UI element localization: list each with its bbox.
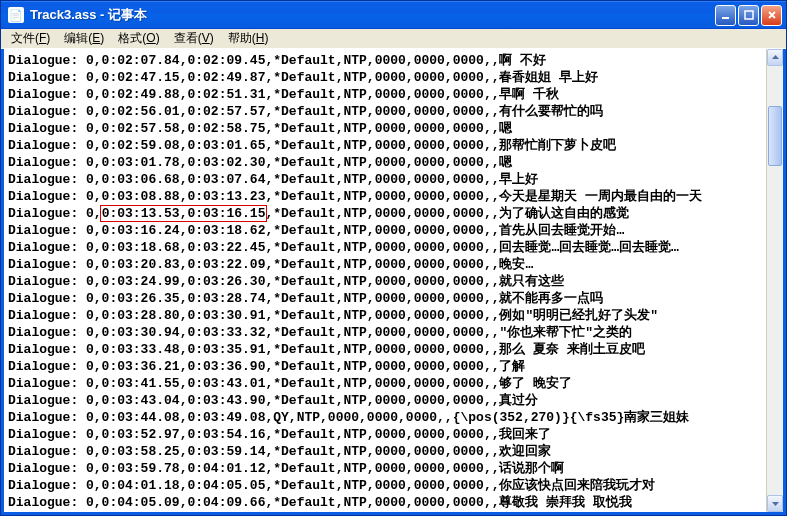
text-line: Dialogue: 0,0:04:01.18,0:04:05.05,*Defau… [8,477,762,494]
text-area[interactable]: Dialogue: 0,0:02:07.84,0:02:09.45,*Defau… [4,49,766,512]
menu-file[interactable]: 文件(F) [5,28,56,49]
client-area: Dialogue: 0,0:02:07.84,0:02:09.45,*Defau… [1,49,786,515]
text-line: Dialogue: 0,0:03:52.97,0:03:54.16,*Defau… [8,426,762,443]
text-line: Dialogue: 0,0:03:28.80,0:03:30.91,*Defau… [8,307,762,324]
scroll-up-button[interactable] [767,49,783,66]
text-line: Dialogue: 0,0:02:49.88,0:02:51.31,*Defau… [8,86,762,103]
text-line: Dialogue: 0,0:03:24.99,0:03:26.30,*Defau… [8,273,762,290]
text-line: Dialogue: 0,0:03:08.88,0:03:13.23,*Defau… [8,188,762,205]
menu-format[interactable]: 格式(O) [112,28,165,49]
titlebar[interactable]: 📄 Track3.ass - 记事本 [1,1,786,29]
text-line: Dialogue: 0,0:04:09.75,0:04:13.27,*Defau… [8,511,762,512]
menu-help[interactable]: 帮助(H) [222,28,275,49]
text-line: Dialogue: 0,0:03:33.48,0:03:35.91,*Defau… [8,341,762,358]
text-line: Dialogue: 0,0:02:56.01,0:02:57.57,*Defau… [8,103,762,120]
svg-rect-1 [745,11,753,19]
text-line: Dialogue: 0,0:03:30.94,0:03:33.32,*Defau… [8,324,762,341]
text-line: Dialogue: 0,0:03:01.78,0:03:02.30,*Defau… [8,154,762,171]
menubar: 文件(F) 编辑(E) 格式(O) 查看(V) 帮助(H) [1,29,786,49]
scroll-thumb[interactable] [768,106,782,166]
text-line: Dialogue: 0,0:03:41.55,0:03:43.01,*Defau… [8,375,762,392]
scroll-track[interactable] [767,66,783,495]
text-line: Dialogue: 0,0:02:59.08,0:03:01.65,*Defau… [8,137,762,154]
maximize-button[interactable] [738,5,759,26]
menu-edit[interactable]: 编辑(E) [58,28,110,49]
notepad-icon: 📄 [8,7,24,23]
text-line: Dialogue: 0,0:03:36.21,0:03:36.90,*Defau… [8,358,762,375]
close-button[interactable] [761,5,782,26]
text-line: Dialogue: 0,0:03:58.25,0:03:59.14,*Defau… [8,443,762,460]
highlighted-time-range: 0:03:13.53,0:03:16.15 [100,205,268,222]
text-line: Dialogue: 0,0:03:20.83,0:03:22.09,*Defau… [8,256,762,273]
text-line: Dialogue: 0,0:04:05.09,0:04:09.66,*Defau… [8,494,762,511]
text-line: Dialogue: 0,0:03:59.78,0:04:01.12,*Defau… [8,460,762,477]
text-line: Dialogue: 0,0:03:26.35,0:03:28.74,*Defau… [8,290,762,307]
app-window: 📄 Track3.ass - 记事本 文件(F) 编辑(E) 格式(O) 查看(… [0,0,787,516]
menu-view[interactable]: 查看(V) [168,28,220,49]
vertical-scrollbar[interactable] [766,49,783,512]
text-line: Dialogue: 0,0:02:57.58,0:02:58.75,*Defau… [8,120,762,137]
window-title: Track3.ass - 记事本 [28,6,715,24]
text-line: Dialogue: 0,0:03:43.04,0:03:43.90,*Defau… [8,392,762,409]
text-line: Dialogue: 0,0:03:44.08,0:03:49.08,QY,NTP… [8,409,762,426]
text-line: Dialogue: 0,0:03:06.68,0:03:07.64,*Defau… [8,171,762,188]
minimize-button[interactable] [715,5,736,26]
text-line: Dialogue: 0,0:02:47.15,0:02:49.87,*Defau… [8,69,762,86]
window-buttons [715,5,782,26]
text-line: Dialogue: 0,0:03:16.24,0:03:18.62,*Defau… [8,222,762,239]
text-line: Dialogue: 0,0:03:13.53,0:03:16.15,*Defau… [8,205,762,222]
scroll-down-button[interactable] [767,495,783,512]
text-line: Dialogue: 0,0:02:07.84,0:02:09.45,*Defau… [8,52,762,69]
text-line: Dialogue: 0,0:03:18.68,0:03:22.45,*Defau… [8,239,762,256]
svg-rect-0 [722,17,729,19]
